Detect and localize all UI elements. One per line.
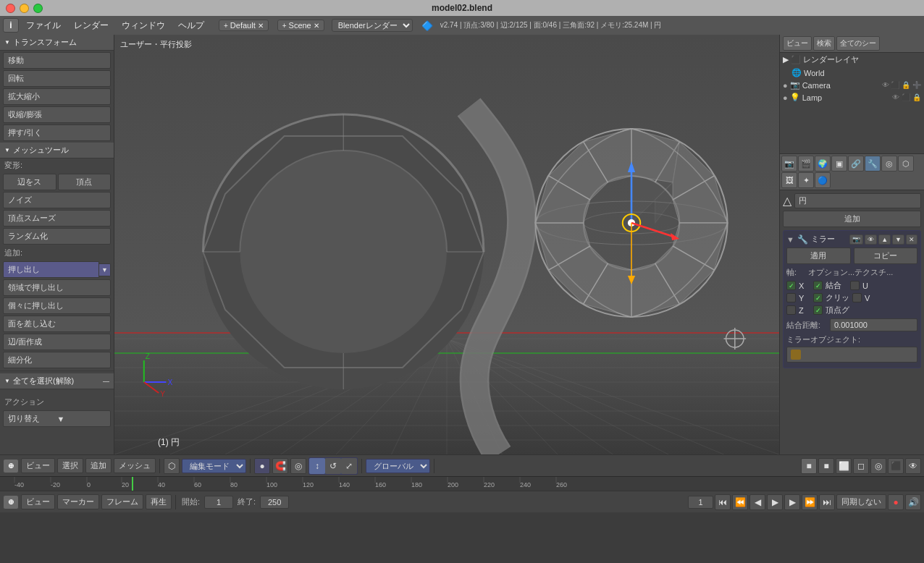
extrude-btn[interactable]: 押し出し bbox=[3, 261, 99, 278]
timeline-info-btn[interactable]: ⊕ bbox=[3, 495, 19, 509]
snap-btn[interactable]: 🧲 bbox=[272, 458, 288, 474]
merge-checkbox[interactable] bbox=[813, 281, 823, 290]
close-button[interactable] bbox=[6, 4, 15, 13]
modifier-down-btn[interactable]: ▼ bbox=[892, 234, 904, 245]
mesh-icon-btn[interactable]: ⬡ bbox=[164, 458, 180, 474]
randomize-btn[interactable]: ランダム化 bbox=[3, 228, 111, 245]
viewport-info-btn[interactable]: ⊕ bbox=[3, 459, 19, 473]
modifier-eye-btn[interactable]: 👁 bbox=[865, 234, 877, 245]
proportional-edit-btn[interactable]: ◎ bbox=[290, 458, 306, 474]
jump-start-btn[interactable]: ⏮ bbox=[715, 494, 731, 510]
minimize-button[interactable] bbox=[20, 4, 29, 13]
menu-window[interactable]: ウィンドウ bbox=[116, 18, 171, 33]
mode-select[interactable]: 編集モード bbox=[182, 459, 246, 473]
mesh-menu-btn[interactable]: メッシュ bbox=[114, 458, 156, 473]
jump-end-btn[interactable]: ⏭ bbox=[819, 494, 835, 510]
transform-move-icon[interactable]: ↕ bbox=[309, 458, 325, 474]
audio-btn[interactable]: 🔊 bbox=[905, 494, 921, 510]
menu-help[interactable]: ヘルプ bbox=[172, 18, 210, 33]
wireframe-btn[interactable]: ◻ bbox=[853, 458, 869, 474]
prop-modifier-icon[interactable]: 🔧 bbox=[865, 156, 881, 172]
edge-face-btn[interactable]: 辺/面作成 bbox=[3, 334, 111, 350]
next-frame-btn[interactable]: ⏩ bbox=[802, 494, 818, 510]
mesh-tools-header[interactable]: ▼ メッシュツール bbox=[0, 143, 114, 158]
menu-file[interactable]: ファイル bbox=[20, 18, 67, 33]
end-frame-field[interactable]: 250 bbox=[260, 496, 289, 509]
shrink-btn[interactable]: 収縮/膨張 bbox=[3, 106, 111, 123]
start-frame-field[interactable]: 1 bbox=[204, 496, 233, 509]
move-btn[interactable]: 移動 bbox=[3, 52, 111, 69]
action-select[interactable]: 切り替え ▼ bbox=[3, 410, 111, 427]
vertex-btn[interactable]: 頂点 bbox=[58, 174, 112, 190]
object-name-field[interactable]: 円 bbox=[794, 193, 921, 208]
layer-btn-2[interactable]: ■ bbox=[818, 458, 834, 474]
prop-obj-icon[interactable]: ▣ bbox=[831, 156, 847, 172]
prop-world-icon[interactable]: 🌍 bbox=[815, 156, 831, 172]
timeline-play-btn[interactable]: 再生 bbox=[146, 494, 172, 509]
outliner-view-btn[interactable]: ビュー bbox=[783, 36, 812, 51]
viewport-shade-btn[interactable]: ⬜ bbox=[836, 458, 852, 474]
modifier-render-btn[interactable]: 📷 bbox=[849, 234, 863, 245]
prop-scene-icon[interactable]: 🎬 bbox=[798, 156, 814, 172]
timeline-view-btn[interactable]: ビュー bbox=[21, 494, 55, 509]
prop-material-icon[interactable]: ⬡ bbox=[898, 156, 914, 172]
extrude-individual-btn[interactable]: 個々に押し出し bbox=[3, 297, 111, 314]
record-btn[interactable]: ● bbox=[888, 494, 904, 510]
prev-frame-btn[interactable]: ⏪ bbox=[732, 494, 748, 510]
inset-btn[interactable]: 面を差し込む bbox=[3, 316, 111, 332]
prop-render-icon[interactable]: 📷 bbox=[781, 156, 797, 172]
merge-dist-field[interactable]: 0.001000 bbox=[830, 318, 917, 331]
pivot-btn[interactable]: ● bbox=[254, 458, 270, 474]
lamp-item[interactable]: ● 💡 Lamp 👁 ⬛ 🔒 bbox=[780, 91, 924, 103]
extrude-arrow-btn[interactable]: ▼ bbox=[99, 263, 111, 276]
add-menu-btn[interactable]: 追加 bbox=[85, 458, 112, 473]
z-checkbox[interactable] bbox=[786, 305, 796, 315]
prop-constraints-icon[interactable]: 🔗 bbox=[848, 156, 864, 172]
subdivide-btn[interactable]: 細分化 bbox=[3, 352, 111, 368]
apply-btn[interactable]: 適用 bbox=[786, 247, 851, 264]
camera-item[interactable]: ● 📷 Camera 👁 ⬛ 🔒 ➕ bbox=[780, 79, 924, 91]
transform-scale-icon[interactable]: ⤢ bbox=[341, 458, 357, 474]
play-pause-btn[interactable]: ▶ bbox=[767, 494, 783, 510]
scene-tab[interactable]: + Scene ✕ bbox=[277, 20, 324, 31]
scale-btn[interactable]: 拡大縮小 bbox=[3, 88, 111, 105]
view-menu-btn[interactable]: ビュー bbox=[21, 458, 55, 473]
xray-btn[interactable]: ⬛ bbox=[888, 458, 904, 474]
select-all-header[interactable]: ▼ 全てを選択(解除) — bbox=[0, 373, 114, 389]
render-layer-item[interactable]: ▶ ⬛ レンダーレイヤ bbox=[780, 53, 924, 67]
modifier-up-btn[interactable]: ▲ bbox=[878, 234, 891, 245]
render-engine-select[interactable]: Blenderレンダー bbox=[332, 19, 413, 32]
timeline-frame-btn[interactable]: フレーム bbox=[101, 494, 143, 509]
modifier-close-btn[interactable]: ✕ bbox=[906, 234, 917, 245]
overlay-btn[interactable]: ◎ bbox=[870, 458, 886, 474]
vertex-group-checkbox[interactable] bbox=[813, 305, 823, 315]
transform-rotate-icon[interactable]: ↺ bbox=[325, 458, 341, 474]
clip-checkbox[interactable] bbox=[813, 293, 823, 302]
v-checkbox[interactable] bbox=[852, 293, 862, 302]
hide-btn[interactable]: 👁 bbox=[905, 458, 921, 474]
prop-texture-icon[interactable]: 🖼 bbox=[781, 172, 797, 188]
global-select[interactable]: グローバル bbox=[366, 459, 430, 473]
select-menu-btn[interactable]: 選択 bbox=[57, 458, 83, 473]
prop-particle-icon[interactable]: ✦ bbox=[798, 172, 814, 188]
add-modifier-btn[interactable]: 追加 bbox=[783, 211, 921, 227]
x-checkbox[interactable] bbox=[786, 281, 796, 290]
vertex-smooth-btn[interactable]: 頂点スムーズ bbox=[3, 210, 111, 227]
sync-field[interactable]: 同期しない bbox=[836, 494, 886, 509]
edge-slide-btn[interactable]: 辺をス bbox=[3, 174, 56, 190]
u-checkbox[interactable] bbox=[850, 281, 860, 290]
info-button[interactable]: i bbox=[3, 18, 19, 33]
workspace-tab[interactable]: + Default ✕ bbox=[219, 20, 269, 31]
prop-data-icon[interactable]: ◎ bbox=[881, 156, 897, 172]
viewport[interactable]: ユーザー・平行投影 bbox=[114, 35, 779, 454]
mirror-obj-field[interactable] bbox=[786, 347, 917, 363]
maximize-button[interactable] bbox=[33, 4, 43, 13]
transform-header[interactable]: ▼ トランスフォーム bbox=[0, 35, 114, 51]
y-checkbox[interactable] bbox=[786, 293, 796, 302]
extrude-region-btn[interactable]: 領域で押し出し bbox=[3, 279, 111, 296]
outliner-search-btn[interactable]: 検索 bbox=[813, 36, 835, 51]
current-frame-field[interactable]: 1 bbox=[688, 496, 713, 509]
layer-btn-1[interactable]: ■ bbox=[801, 458, 817, 474]
prop-physics-icon[interactable]: 🔵 bbox=[815, 172, 831, 188]
scene-close-icon[interactable]: ✕ bbox=[314, 22, 319, 30]
